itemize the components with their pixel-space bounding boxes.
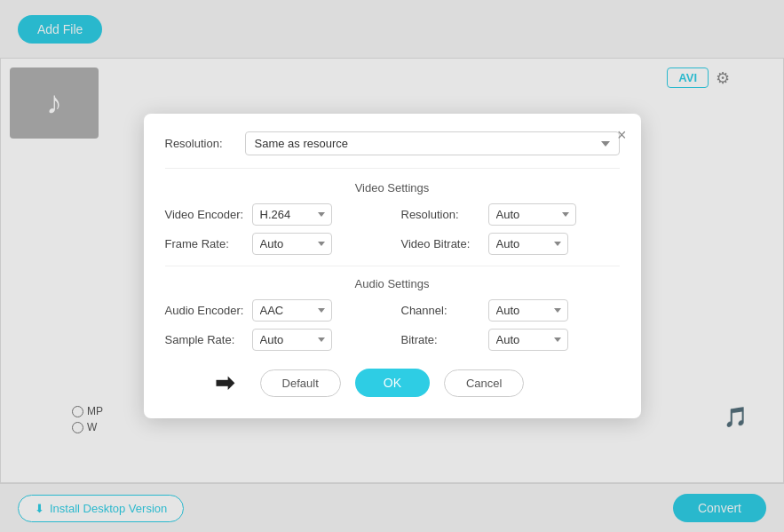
video-settings-grid: Video Encoder: H.264 H.265 MPEG-4 Resolu… xyxy=(165,203,620,255)
cancel-button[interactable]: Cancel xyxy=(444,369,524,397)
bitrate-select[interactable]: Auto 128k 192k 320k xyxy=(488,329,568,351)
sample-rate-label: Sample Rate: xyxy=(165,333,245,346)
resolution-row: Resolution: Same as resource 1920x1080 1… xyxy=(165,131,620,169)
arrow-indicator: ➡ xyxy=(215,369,234,397)
bitrate-label: Bitrate: xyxy=(401,333,481,346)
video-bitrate-row: Video Bitrate: Auto 1000k 2000k xyxy=(401,233,620,255)
video-encoder-label: Video Encoder: xyxy=(165,208,245,221)
ok-button[interactable]: OK xyxy=(355,369,430,397)
audio-settings-grid: Audio Encoder: AAC MP3 WMA Channel: Auto… xyxy=(165,299,620,351)
audio-encoder-select[interactable]: AAC MP3 WMA xyxy=(252,299,332,322)
audio-encoder-row: Audio Encoder: AAC MP3 WMA xyxy=(165,299,384,322)
video-bitrate-label: Video Bitrate: xyxy=(401,237,481,250)
modal-close-button[interactable]: × xyxy=(617,126,627,145)
video-bitrate-select[interactable]: Auto 1000k 2000k xyxy=(488,233,568,255)
settings-modal: × Resolution: Same as resource 1920x1080… xyxy=(144,114,641,418)
frame-rate-row: Frame Rate: Auto 25 30 60 xyxy=(165,233,384,255)
video-settings-section: Video Settings Video Encoder: H.264 H.26… xyxy=(165,181,620,255)
channel-row: Channel: Auto Stereo Mono xyxy=(401,299,620,322)
channel-select[interactable]: Auto Stereo Mono xyxy=(488,299,568,322)
video-settings-heading: Video Settings xyxy=(165,181,620,195)
section-divider xyxy=(165,266,620,266)
app-background: Add File ♪ AVI ⚙ 🎵 MP W ⬇ xyxy=(0,0,784,532)
channel-label: Channel: xyxy=(401,304,481,317)
frame-rate-select[interactable]: Auto 25 30 60 xyxy=(252,233,332,255)
video-resolution-label: Resolution: xyxy=(401,208,481,221)
frame-rate-label: Frame Rate: xyxy=(165,237,245,250)
video-encoder-row: Video Encoder: H.264 H.265 MPEG-4 xyxy=(165,203,384,226)
audio-encoder-label: Audio Encoder: xyxy=(165,304,245,317)
bitrate-row: Bitrate: Auto 128k 192k 320k xyxy=(401,329,620,351)
default-button[interactable]: Default xyxy=(260,369,341,397)
resolution-select[interactable]: Same as resource 1920x1080 1280x720 854x… xyxy=(245,131,620,155)
resolution-main-label: Resolution: xyxy=(165,137,245,150)
sample-rate-row: Sample Rate: Auto 44100 48000 xyxy=(165,329,384,351)
video-resolution-select[interactable]: Auto 1920x1080 1280x720 xyxy=(488,203,576,226)
video-encoder-select[interactable]: H.264 H.265 MPEG-4 xyxy=(252,203,332,226)
sample-rate-select[interactable]: Auto 44100 48000 xyxy=(252,329,332,351)
video-resolution-row: Resolution: Auto 1920x1080 1280x720 xyxy=(401,203,620,226)
modal-overlay: × Resolution: Same as resource 1920x1080… xyxy=(0,0,784,532)
modal-actions: ➡ Default OK Cancel xyxy=(165,369,620,397)
audio-settings-heading: Audio Settings xyxy=(165,277,620,290)
audio-settings-section: Audio Settings Audio Encoder: AAC MP3 WM… xyxy=(165,277,620,351)
